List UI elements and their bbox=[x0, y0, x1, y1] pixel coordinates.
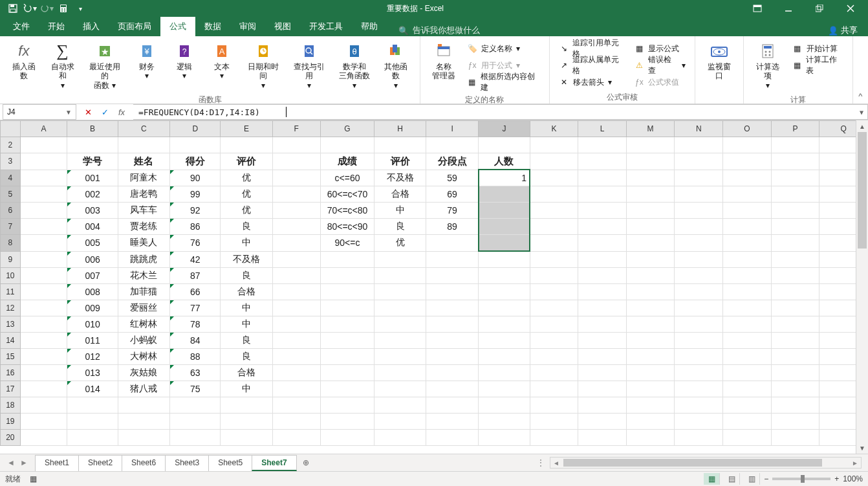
cell-F6[interactable] bbox=[272, 203, 320, 219]
share-button[interactable]: 👤 共享 bbox=[818, 25, 868, 36]
cell-G19[interactable] bbox=[320, 414, 374, 430]
cell-P10[interactable] bbox=[771, 268, 819, 284]
cell-E14[interactable]: 良 bbox=[221, 333, 272, 349]
restore-icon[interactable] bbox=[805, 0, 834, 17]
cell-F7[interactable] bbox=[272, 219, 320, 235]
cell-I15[interactable] bbox=[426, 349, 479, 365]
cell-A6[interactable] bbox=[20, 203, 67, 219]
collapse-ribbon-icon[interactable]: ^ bbox=[853, 36, 868, 104]
tab-insert[interactable]: 插入 bbox=[74, 17, 109, 36]
cell-K13[interactable] bbox=[530, 316, 578, 333]
cell-A4[interactable] bbox=[20, 170, 67, 186]
tab-view[interactable]: 视图 bbox=[265, 17, 300, 36]
cell-N20[interactable] bbox=[675, 430, 723, 446]
cell-C14[interactable]: 小蚂蚁 bbox=[118, 333, 169, 349]
tab-review[interactable]: 审阅 bbox=[230, 17, 265, 36]
cell-K18[interactable] bbox=[530, 397, 578, 414]
cell-P2[interactable] bbox=[771, 137, 819, 153]
column-header-P[interactable]: P bbox=[771, 121, 819, 137]
column-header-L[interactable]: L bbox=[578, 121, 626, 137]
column-header-B[interactable]: B bbox=[67, 121, 118, 137]
cell-E8[interactable]: 中 bbox=[221, 235, 272, 252]
cell-C2[interactable] bbox=[118, 137, 169, 153]
select-all-corner[interactable] bbox=[1, 121, 21, 137]
cell-E7[interactable]: 良 bbox=[221, 219, 272, 235]
cell-P14[interactable] bbox=[771, 333, 819, 349]
cell-K12[interactable] bbox=[530, 300, 578, 316]
scroll-up-icon[interactable]: ▲ bbox=[856, 120, 868, 132]
error-checking-button[interactable]: ⚠错误检查 ▾ bbox=[630, 57, 689, 74]
tab-page-layout[interactable]: 页面布局 bbox=[109, 17, 160, 36]
cell-K2[interactable] bbox=[530, 137, 578, 153]
row-header-2[interactable]: 2 bbox=[1, 137, 21, 153]
cell-O7[interactable] bbox=[723, 219, 772, 235]
logical-button[interactable]: ? 逻辑▾ bbox=[166, 39, 202, 93]
cell-M20[interactable] bbox=[626, 430, 675, 446]
cell-I5[interactable]: 69 bbox=[426, 186, 479, 203]
cell-B14[interactable]: 011 bbox=[67, 333, 118, 349]
cell-G9[interactable] bbox=[320, 251, 374, 268]
column-header-D[interactable]: D bbox=[169, 121, 220, 137]
cell-I18[interactable] bbox=[426, 397, 479, 414]
cell-A9[interactable] bbox=[20, 251, 67, 268]
column-header-A[interactable]: A bbox=[20, 121, 67, 137]
cell-K14[interactable] bbox=[530, 333, 578, 349]
cell-O8[interactable] bbox=[723, 235, 772, 252]
cell-M9[interactable] bbox=[626, 251, 675, 268]
cell-K19[interactable] bbox=[530, 414, 578, 430]
cell-M13[interactable] bbox=[626, 316, 675, 333]
cell-D10[interactable]: 87 bbox=[169, 268, 220, 284]
cell-F17[interactable] bbox=[272, 381, 320, 397]
cell-B19[interactable] bbox=[67, 414, 118, 430]
cell-C6[interactable]: 风车车 bbox=[118, 203, 169, 219]
cell-P4[interactable] bbox=[771, 170, 819, 186]
cell-N4[interactable] bbox=[675, 170, 723, 186]
cell-C13[interactable]: 红树林 bbox=[118, 316, 169, 333]
math-button[interactable]: θ 数学和 三角函数 ▾ bbox=[333, 39, 376, 93]
cell-L12[interactable] bbox=[578, 300, 626, 316]
cell-H12[interactable] bbox=[374, 300, 426, 316]
cell-M18[interactable] bbox=[626, 397, 675, 414]
cell-C17[interactable]: 猪八戒 bbox=[118, 381, 169, 397]
cell-F12[interactable] bbox=[272, 300, 320, 316]
cell-A13[interactable] bbox=[20, 316, 67, 333]
calculation-options-button[interactable]: 计算选项▾ bbox=[749, 39, 787, 93]
cell-B2[interactable] bbox=[67, 137, 118, 153]
cell-J9[interactable] bbox=[479, 251, 530, 268]
cell-B7[interactable]: 004 bbox=[67, 219, 118, 235]
cell-N13[interactable] bbox=[675, 316, 723, 333]
cell-I16[interactable] bbox=[426, 365, 479, 381]
cell-L6[interactable] bbox=[578, 203, 626, 219]
cell-O10[interactable] bbox=[723, 268, 772, 284]
cell-I14[interactable] bbox=[426, 333, 479, 349]
column-header-F[interactable]: F bbox=[272, 121, 320, 137]
macro-record-icon[interactable]: ▦ bbox=[30, 474, 37, 483]
cell-K15[interactable] bbox=[530, 349, 578, 365]
cell-I8[interactable] bbox=[426, 235, 479, 252]
sheet-tab-Sheet7[interactable]: Sheet7 bbox=[252, 455, 296, 471]
financial-button[interactable]: ¥ 财务▾ bbox=[129, 39, 165, 93]
cell-G11[interactable] bbox=[320, 284, 374, 300]
column-header-H[interactable]: H bbox=[374, 121, 426, 137]
cell-G3[interactable]: 成绩 bbox=[320, 153, 374, 170]
cell-M8[interactable] bbox=[626, 235, 675, 252]
trace-dependents-button[interactable]: ↗追踪从属单元格 bbox=[555, 57, 629, 74]
cell-G10[interactable] bbox=[320, 268, 374, 284]
cell-J11[interactable] bbox=[479, 284, 530, 300]
cell-F8[interactable] bbox=[272, 235, 320, 252]
row-header-8[interactable]: 8 bbox=[1, 235, 21, 252]
text-button[interactable]: A 文本▾ bbox=[204, 39, 240, 93]
cell-E10[interactable]: 良 bbox=[221, 268, 272, 284]
row-header-17[interactable]: 17 bbox=[1, 381, 21, 397]
cell-P13[interactable] bbox=[771, 316, 819, 333]
cell-K6[interactable] bbox=[530, 203, 578, 219]
cell-H5[interactable]: 合格 bbox=[374, 186, 426, 203]
fx-icon[interactable]: fx bbox=[114, 105, 129, 119]
cell-K20[interactable] bbox=[530, 430, 578, 446]
cell-J7[interactable] bbox=[479, 219, 530, 235]
cell-A7[interactable] bbox=[20, 219, 67, 235]
cell-P8[interactable] bbox=[771, 235, 819, 252]
close-icon[interactable] bbox=[836, 0, 865, 17]
cell-A3[interactable] bbox=[20, 153, 67, 170]
cell-K16[interactable] bbox=[530, 365, 578, 381]
